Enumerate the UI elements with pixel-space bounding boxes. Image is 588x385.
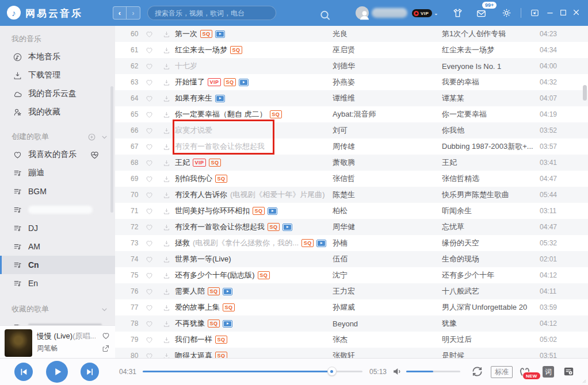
playlist-item-en[interactable]: En: [0, 274, 115, 292]
like-icon[interactable]: [145, 271, 154, 280]
download-icon[interactable]: [162, 126, 171, 135]
loop-mode-icon[interactable]: [471, 365, 484, 378]
like-cell[interactable]: [140, 94, 158, 103]
like-cell[interactable]: [140, 78, 158, 87]
download-icon[interactable]: [162, 223, 171, 232]
like-cell[interactable]: [140, 352, 158, 359]
download-cell[interactable]: [158, 271, 175, 280]
heartbeat-mode-icon[interactable]: [89, 149, 100, 160]
song-row-80[interactable]: 80吻得太逼真SQ张敬轩是时候03:51: [115, 348, 588, 358]
song-album[interactable]: 生命的现场: [442, 254, 540, 264]
previous-button[interactable]: [14, 363, 33, 381]
song-album[interactable]: 你我他: [442, 125, 540, 136]
song-row-68[interactable]: 68王妃VIPSQ萧敬腾王妃03:41: [115, 155, 588, 171]
download-icon[interactable]: [162, 143, 171, 151]
mv-badge[interactable]: [215, 95, 225, 102]
like-icon[interactable]: [145, 143, 154, 151]
maximize-icon[interactable]: [559, 8, 568, 17]
like-icon[interactable]: [145, 30, 154, 38]
like-cell[interactable]: [140, 287, 158, 296]
song-artist[interactable]: 陈楚生: [333, 190, 442, 200]
song-artist[interactable]: 谭维维: [333, 93, 442, 103]
like-cell[interactable]: [140, 30, 158, 38]
download-icon[interactable]: [162, 271, 171, 280]
song-artist[interactable]: 沈宁: [333, 270, 442, 280]
song-artist[interactable]: 巫启贤: [333, 45, 442, 55]
download-icon[interactable]: [162, 46, 171, 55]
like-icon[interactable]: [145, 319, 154, 328]
like-cell[interactable]: [140, 110, 158, 119]
like-cell[interactable]: [140, 191, 158, 199]
sidebar-item-cloud-disk[interactable]: 我的音乐云盘: [0, 84, 115, 103]
download-icon[interactable]: [162, 352, 171, 359]
mv-badge[interactable]: [316, 240, 326, 247]
like-cell[interactable]: [140, 271, 158, 280]
like-cell[interactable]: [140, 46, 158, 55]
song-row-63[interactable]: 63开始懂了VIPSQ孙燕姿我要的幸福04:32: [115, 74, 588, 90]
sidebar-item-my-collection[interactable]: 我的收藏: [0, 103, 115, 121]
song-row-65[interactable]: 65你一定要幸福（翻自 虎二）SQAybat:混音师你一定要幸福04:19: [115, 106, 588, 122]
song-artist[interactable]: 伍佰: [333, 254, 442, 264]
song-artist[interactable]: 柏松: [333, 206, 442, 216]
song-row-77[interactable]: 77爱的故事上集SQ孙耀威男人深宵Unforgettable 2003:59: [115, 299, 588, 315]
download-cell[interactable]: [158, 223, 175, 232]
download-cell[interactable]: [158, 62, 175, 71]
song-artist[interactable]: 张信哲: [333, 174, 442, 184]
download-cell[interactable]: [158, 175, 175, 183]
like-icon[interactable]: [145, 352, 154, 359]
progress-handle[interactable]: [327, 367, 337, 376]
quality-button[interactable]: 标准: [491, 366, 513, 378]
download-icon[interactable]: [162, 239, 171, 248]
song-artist[interactable]: 刘可: [333, 125, 442, 136]
song-row-74[interactable]: 74世界第一等(Live)伍佰生命的现场02:01: [115, 251, 588, 267]
like-icon[interactable]: [145, 191, 154, 199]
sidebar-item-download-manage[interactable]: 下载管理: [0, 66, 115, 84]
song-row-78[interactable]: 78不再犹豫SQBeyond犹豫04:12: [115, 315, 588, 332]
app-logo-icon[interactable]: ♪: [7, 6, 21, 20]
song-row-60[interactable]: 60第一次SQ光良第1次个人创作专辑04:23: [115, 26, 588, 42]
song-artist[interactable]: 张敬轩: [333, 351, 442, 358]
add-playlist-icon[interactable]: [87, 133, 96, 141]
back-button[interactable]: ‹: [113, 6, 127, 20]
song-row-61[interactable]: 61红尘来去一场梦SQ巫启贤红尘来去一场梦04:34: [115, 42, 588, 58]
volume-icon[interactable]: [392, 366, 403, 377]
album-art[interactable]: [5, 329, 32, 357]
like-icon[interactable]: [145, 62, 154, 71]
download-cell[interactable]: [158, 239, 175, 248]
song-artist[interactable]: Beyond: [333, 319, 442, 328]
song-row-76[interactable]: 76需要人陪SQ王力宏十八般武艺04:11: [115, 283, 588, 299]
user-avatar[interactable]: [356, 6, 369, 20]
song-row-67[interactable]: 67有没有一首歌会让你想起我周传雄Dubbing 1987-2003新歌+...…: [115, 138, 588, 155]
song-album[interactable]: 快乐男声陈楚生歌曲: [442, 190, 540, 200]
song-artist[interactable]: 光良: [333, 29, 442, 39]
mv-badge[interactable]: [223, 288, 232, 295]
lyrics-button[interactable]: 词: [543, 366, 554, 378]
song-row-79[interactable]: 79我们都一样SQ张杰明天过后05:02: [115, 332, 588, 348]
like-icon[interactable]: [145, 126, 154, 135]
download-cell[interactable]: [158, 110, 175, 119]
like-icon[interactable]: [145, 336, 154, 344]
like-cell[interactable]: [140, 62, 158, 71]
playlist-item-am[interactable]: AM: [0, 237, 115, 256]
share-icon[interactable]: [101, 344, 110, 353]
like-cell[interactable]: [140, 126, 158, 135]
song-album[interactable]: 张信哲精选: [442, 174, 540, 184]
mv-badge[interactable]: [268, 207, 277, 215]
playlist-item-hidden[interactable]: [0, 201, 115, 219]
song-row-69[interactable]: 69别怕我伤心SQ张信哲张信哲精选04:47: [115, 171, 588, 187]
resize-grip[interactable]: [579, 376, 587, 384]
song-album[interactable]: 听闻余生: [442, 206, 540, 216]
like-cell[interactable]: [140, 319, 158, 328]
download-cell[interactable]: [158, 191, 175, 199]
download-cell[interactable]: [158, 352, 175, 359]
like-icon[interactable]: [145, 207, 154, 215]
song-album[interactable]: 明天过后: [442, 334, 540, 345]
like-cell[interactable]: [140, 239, 158, 248]
song-album[interactable]: 王妃: [442, 157, 540, 168]
sidebar-item-local-music[interactable]: 本地音乐: [0, 48, 115, 66]
song-album[interactable]: Everyone Is No. 1: [442, 62, 540, 71]
collapse-collected-icon[interactable]: [100, 305, 109, 314]
search-box[interactable]: [147, 6, 276, 20]
collapse-created-icon[interactable]: [100, 133, 109, 141]
download-cell[interactable]: [158, 94, 175, 103]
